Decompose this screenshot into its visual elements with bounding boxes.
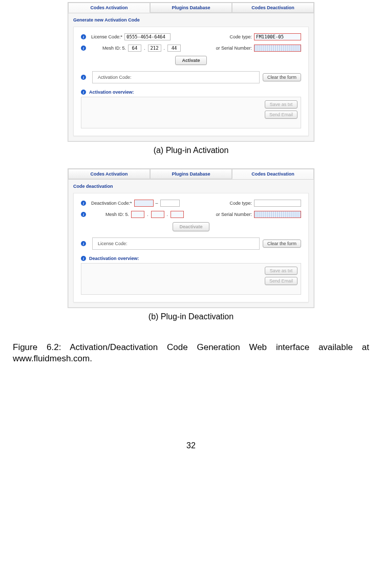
tab-codes-deactivation[interactable]: Codes Deactivation <box>232 3 314 13</box>
page-number: 32 <box>7 441 375 450</box>
send-email-button[interactable]: Send Email <box>265 277 298 285</box>
info-icon: i <box>81 212 86 217</box>
send-email-button[interactable]: Send Email <box>265 111 298 119</box>
tab-plugins-database[interactable]: Plugins Database <box>150 169 232 179</box>
clear-form-button[interactable]: Clear the form <box>263 239 301 248</box>
mesh-id-label: Mesh ID: 5. <box>105 212 129 217</box>
mesh-id-c-input[interactable] <box>167 45 181 52</box>
info-icon: i <box>81 241 86 246</box>
deactivation-code-label: Deactivation Code:* <box>91 201 132 206</box>
activation-panel: Codes Activation Plugins Database Codes … <box>68 2 314 142</box>
license-code-label: License Code: <box>98 241 128 246</box>
code-type-label: Code type: <box>229 34 252 39</box>
mesh-id-a-input[interactable] <box>128 45 141 52</box>
tab-bar: Codes Activation Plugins Database Codes … <box>68 169 314 180</box>
activate-button[interactable]: Activate <box>175 56 206 65</box>
subfigure-caption-b: (b) Plug-in Deactivation <box>148 312 234 321</box>
figure-caption: Figure 6.2: Activation/Deactivation Code… <box>13 342 369 364</box>
save-as-txt-button[interactable]: Save as txt <box>265 267 298 275</box>
deactivation-overview-label: Deactivation overview: <box>89 256 139 261</box>
activation-overview-box: Save as txt Send Email <box>81 97 301 128</box>
info-icon: i <box>81 46 86 51</box>
save-as-txt-button[interactable]: Save as txt <box>265 100 298 108</box>
mesh-id-a-input[interactable] <box>131 211 144 218</box>
subfigure-caption-a: (a) Plug-in Activation <box>154 146 229 155</box>
activation-overview-label: Activation overview: <box>89 90 134 95</box>
form-area: i Deactivation Code:* – Code type: i Mes… <box>73 193 309 302</box>
activation-code-box: Activation Code: <box>92 71 260 83</box>
form-area: i License Code:* Code type: i Mesh ID: 5… <box>73 27 309 136</box>
tab-codes-deactivation[interactable]: Codes Deactivation <box>232 169 314 179</box>
code-type-input[interactable] <box>254 33 301 40</box>
clear-form-button[interactable]: Clear the form <box>263 73 301 81</box>
mesh-id-c-input[interactable] <box>171 211 184 218</box>
serial-number-input <box>254 45 301 52</box>
info-icon: i <box>81 201 86 206</box>
license-code-box: License Code: <box>92 237 260 250</box>
activation-code-label: Activation Code: <box>98 75 132 80</box>
mesh-id-b-input[interactable] <box>151 211 164 218</box>
license-code-input[interactable] <box>124 33 171 40</box>
section-title: Code deactivation <box>68 180 314 191</box>
serial-number-label: or Serial Number: <box>216 46 252 51</box>
tab-plugins-database[interactable]: Plugins Database <box>150 3 232 13</box>
section-title: Generate new Activation Code <box>68 13 314 25</box>
info-icon: i <box>81 90 86 95</box>
info-icon: i <box>81 256 86 261</box>
serial-number-input <box>254 211 301 218</box>
deactivation-code-b-input[interactable] <box>160 200 180 207</box>
deactivation-code-a-input[interactable] <box>134 200 154 207</box>
deactivation-overview-box: Save as txt Send Email <box>81 263 301 295</box>
serial-number-label: or Serial Number: <box>216 212 252 217</box>
mesh-id-label: Mesh ID: 5. <box>102 46 126 51</box>
license-code-label: License Code:* <box>91 34 122 39</box>
deactivate-button[interactable]: Deactivate <box>173 222 209 231</box>
tab-codes-activation[interactable]: Codes Activation <box>68 3 150 13</box>
tab-codes-activation[interactable]: Codes Activation <box>68 169 150 179</box>
code-type-input[interactable] <box>254 200 301 207</box>
tab-bar: Codes Activation Plugins Database Codes … <box>68 3 314 13</box>
info-icon: i <box>81 34 86 39</box>
info-icon: i <box>81 75 86 80</box>
code-type-label: Code type: <box>229 201 252 206</box>
mesh-id-b-input[interactable] <box>148 45 161 52</box>
deactivation-panel: Codes Activation Plugins Database Codes … <box>68 168 314 308</box>
